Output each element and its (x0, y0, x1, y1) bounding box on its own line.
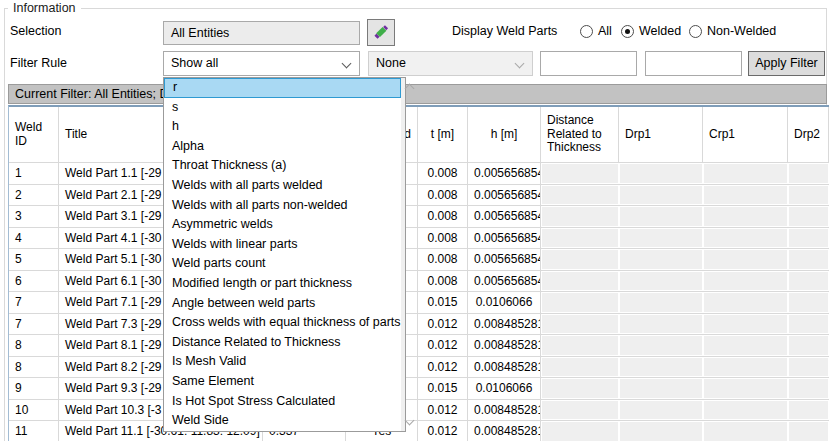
groupbox-title: Information (8, 1, 81, 15)
table-row[interactable]: 7Weld Part 7.1 [-290.0150.0106066 (9, 292, 829, 314)
table-row[interactable]: 11Weld Part 11.1 [-30.61: 11.83: 12.09]0… (9, 421, 829, 441)
header-crp1[interactable]: Crp1 (703, 107, 788, 162)
table-cell: 0.012 (418, 421, 468, 441)
selection-value-box[interactable]: All Entities (163, 21, 360, 45)
table-body: 1Weld Part 1.1 [-290.0080.0056568542Weld… (9, 163, 829, 441)
table-cell: 0.005656854 (468, 206, 541, 227)
filter-value2-input[interactable] (645, 51, 742, 76)
dropdown-item[interactable]: Is Hot Spot Stress Calculated (164, 392, 401, 412)
table-cell: 0.012 (418, 335, 468, 356)
table-row[interactable]: 3Weld Part 3.1 [-290.0080.005656854 (9, 206, 829, 228)
table-cell (619, 378, 703, 399)
header-weld-id[interactable]: Weld ID (9, 107, 59, 162)
dropdown-item[interactable]: Is Mesh Valid (164, 352, 401, 372)
pencil-icon (373, 23, 390, 43)
dropdown-item[interactable]: Distance Related to Thickness (164, 333, 401, 353)
dropdown-item[interactable]: Welds with all parts welded (164, 176, 401, 196)
table-row[interactable]: 8Weld Part 8.1 [-290.0120.008485281 (9, 335, 829, 357)
information-panel: Information Selection All Entities Displ… (0, 0, 829, 441)
table-cell: 0.015 (418, 292, 468, 313)
table-cell: 4 (9, 228, 59, 249)
groupbox-border (4, 8, 5, 441)
dropdown-item[interactable]: Cross welds with equal thickness of part… (164, 313, 401, 333)
table-cell (788, 185, 829, 206)
radio-label: Non-Welded (707, 24, 776, 38)
groupbox-border (4, 8, 827, 9)
dropdown-item[interactable]: Welds with linear parts (164, 235, 401, 255)
table-cell (619, 335, 703, 356)
table-cell (703, 292, 788, 313)
edit-selection-button[interactable] (367, 19, 395, 46)
dropdown-scrollbar[interactable] (401, 78, 405, 431)
table-cell (788, 206, 829, 227)
table-cell (703, 271, 788, 292)
filter-rule-combobox[interactable]: Show all (163, 51, 360, 76)
table-cell: 0.0106066 (468, 292, 541, 313)
dropdown-item[interactable]: Angle between weld parts (164, 294, 401, 314)
selection-label: Selection (10, 24, 61, 38)
table-cell (541, 206, 619, 227)
dropdown-item[interactable]: Throat Thickness (a) (164, 156, 401, 176)
apply-filter-button[interactable]: Apply Filter (748, 51, 825, 76)
table-cell: 8 (9, 357, 59, 378)
table-cell (703, 357, 788, 378)
radio-all[interactable]: All (580, 24, 612, 38)
table-cell (619, 357, 703, 378)
operator-combobox[interactable]: None (368, 51, 533, 76)
dropdown-item[interactable]: Modified length or part thickness (164, 274, 401, 294)
table-header-row: Weld ID Title d t [m] h [m] Distance Rel… (9, 107, 829, 163)
table-row[interactable]: 9Weld Part 9.3 [-290.0150.0106066 (9, 378, 829, 400)
dropdown-item[interactable]: Alpha (164, 137, 401, 157)
table-row[interactable]: 10Weld Part 10.3 [-30.0120.008485281 (9, 400, 829, 422)
table-cell (703, 185, 788, 206)
table-row[interactable]: 1Weld Part 1.1 [-290.0080.005656854 (9, 163, 829, 185)
table-row[interactable]: 5Weld Part 5.1 [-300.0080.005656854 (9, 249, 829, 271)
table-row[interactable]: 2Weld Part 2.1 [-290.0080.005656854 (9, 185, 829, 207)
table-cell (619, 400, 703, 421)
dropdown-item[interactable]: h (164, 117, 401, 137)
table-cell: 0.005656854 (468, 228, 541, 249)
table-row[interactable]: 7Weld Part 7.3 [-290.0120.008485281 (9, 314, 829, 336)
header-h[interactable]: h [m] (468, 107, 541, 162)
table-cell (619, 292, 703, 313)
radio-welded[interactable]: Welded (621, 24, 681, 38)
table-cell (788, 378, 829, 399)
dropdown-item[interactable]: r (164, 78, 401, 98)
table-cell (703, 400, 788, 421)
table-cell (788, 400, 829, 421)
radio-circle-icon (689, 25, 702, 38)
table-cell (541, 314, 619, 335)
header-drp2[interactable]: Drp2 (788, 107, 829, 162)
dropdown-item[interactable]: Asymmetric welds (164, 215, 401, 235)
display-weld-parts-label: Display Weld Parts (452, 24, 557, 38)
table-cell: 0.008 (418, 249, 468, 270)
chevron-down-icon (515, 59, 525, 69)
table-cell: 0.005656854 (468, 163, 541, 184)
filter-rule-dropdown: rshAlphaThroat Thickness (a)Welds with a… (163, 77, 406, 432)
table-cell (788, 421, 829, 441)
dropdown-item[interactable]: Welds with all parts non-welded (164, 196, 401, 216)
dropdown-item[interactable]: s (164, 98, 401, 118)
table-cell (541, 271, 619, 292)
dropdown-item[interactable]: Weld Side (164, 411, 401, 431)
table-row[interactable]: 4Weld Part 4.1 [-300.0080.005656854 (9, 228, 829, 250)
table-cell: 0.008485281 (468, 421, 541, 441)
radio-circle-icon (621, 25, 634, 38)
table-cell: 9 (9, 378, 59, 399)
radio-non-welded[interactable]: Non-Welded (689, 24, 776, 38)
table-cell: 5 (9, 249, 59, 270)
table-cell (619, 271, 703, 292)
table-cell (788, 163, 829, 184)
header-drp1[interactable]: Drp1 (619, 107, 703, 162)
table-cell (703, 378, 788, 399)
dropdown-item[interactable]: Weld parts count (164, 254, 401, 274)
table-row[interactable]: 8Weld Part 8.2 [-290.0120.008485281 (9, 357, 829, 379)
table-row[interactable]: 6Weld Part 6.1 [-300.0080.005656854 (9, 271, 829, 293)
dropdown-item[interactable]: Same Element (164, 372, 401, 392)
header-distance-related-to-thickness[interactable]: Distance Related to Thickness (541, 107, 619, 162)
header-t[interactable]: t [m] (418, 107, 468, 162)
filter-value1-input[interactable] (540, 51, 637, 76)
current-filter-text: Current Filter: All Entities; D (15, 87, 169, 101)
table-cell: 0.008485281 (468, 314, 541, 335)
table-cell (703, 314, 788, 335)
